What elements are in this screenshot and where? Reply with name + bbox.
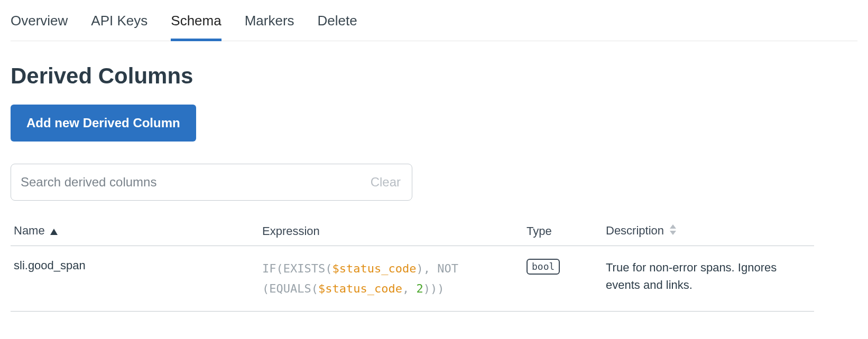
cell-expression: IF(EXISTS($status_code), NOT(EQUALS($sta… bbox=[259, 246, 523, 312]
svg-marker-1 bbox=[670, 224, 676, 229]
svg-marker-2 bbox=[670, 231, 676, 235]
sort-both-icon bbox=[669, 224, 677, 238]
tab-overview[interactable]: Overview bbox=[11, 13, 68, 41]
type-badge: bool bbox=[527, 259, 560, 275]
cell-type: bool bbox=[523, 246, 603, 312]
cell-description: True for non-error spans. Ignores events… bbox=[603, 246, 814, 312]
column-header-description[interactable]: Description bbox=[603, 216, 814, 246]
tabs: OverviewAPI KeysSchemaMarkersDelete bbox=[11, 0, 857, 41]
tab-delete[interactable]: Delete bbox=[318, 13, 357, 41]
tab-api-keys[interactable]: API Keys bbox=[91, 13, 147, 41]
column-header-name-label: Name bbox=[14, 224, 45, 237]
search-input[interactable] bbox=[11, 164, 412, 201]
column-header-expression-label: Expression bbox=[262, 224, 320, 238]
add-derived-column-button[interactable]: Add new Derived Column bbox=[11, 105, 196, 142]
tab-markers[interactable]: Markers bbox=[245, 13, 294, 41]
table-row[interactable]: sli.good_spanIF(EXISTS($status_code), NO… bbox=[11, 246, 814, 312]
page-title: Derived Columns bbox=[11, 63, 857, 89]
column-header-type-label: Type bbox=[527, 224, 552, 238]
derived-columns-table: Name Expression Type Description bbox=[11, 216, 814, 312]
derived-columns-tbody: sli.good_spanIF(EXISTS($status_code), NO… bbox=[11, 246, 814, 312]
sort-asc-icon bbox=[50, 224, 58, 238]
column-header-expression[interactable]: Expression bbox=[259, 216, 523, 246]
column-header-type[interactable]: Type bbox=[523, 216, 603, 246]
tab-schema[interactable]: Schema bbox=[171, 13, 221, 41]
cell-name: sli.good_span bbox=[11, 246, 259, 312]
svg-marker-0 bbox=[50, 229, 58, 235]
column-header-name[interactable]: Name bbox=[11, 216, 259, 246]
clear-button[interactable]: Clear bbox=[367, 174, 404, 190]
column-header-description-label: Description bbox=[606, 224, 664, 237]
search-wrap: Clear bbox=[11, 164, 412, 201]
